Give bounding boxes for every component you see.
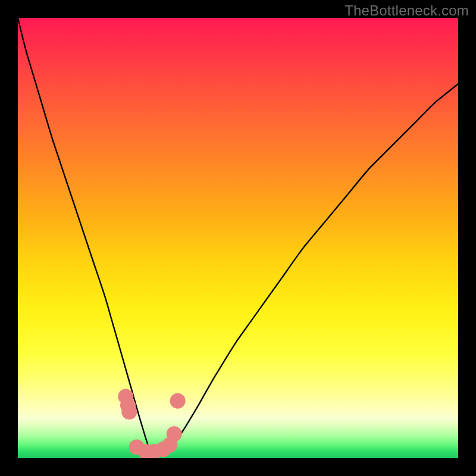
watermark-text: TheBottleneck.com — [345, 2, 469, 19]
curve-layer — [18, 18, 458, 458]
bottleneck-curve — [18, 18, 458, 454]
highlight-marker — [167, 426, 182, 441]
chart-frame: TheBottleneck.com — [0, 0, 476, 476]
highlight-marker — [170, 393, 186, 409]
highlight-marker — [121, 404, 137, 419]
plot-area — [18, 18, 458, 458]
highlight-markers — [118, 389, 185, 458]
